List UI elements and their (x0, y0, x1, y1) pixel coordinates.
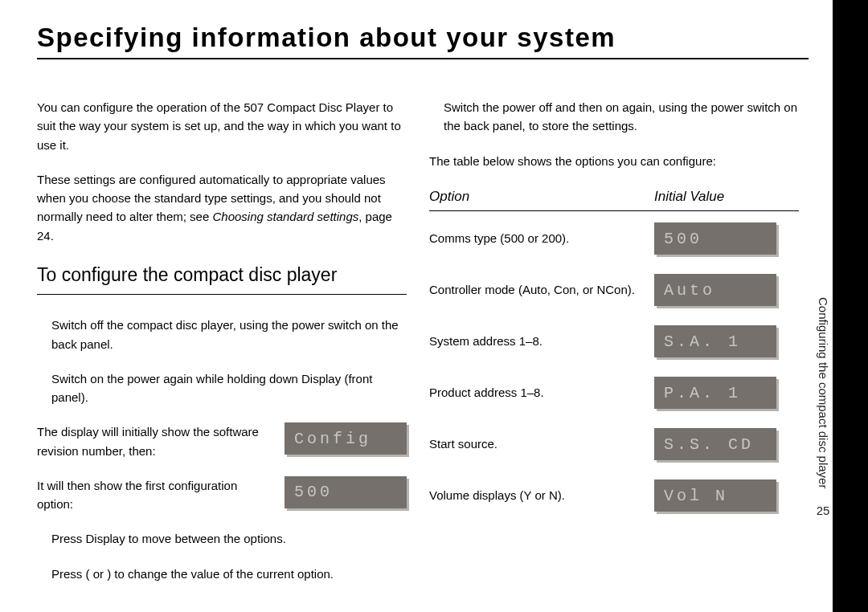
lcd-value: S.A. 1 (654, 325, 776, 357)
display-row-config-text: The display will initially show the soft… (37, 422, 275, 460)
option-label: Controller mode (Auto, Con, or NCon). (429, 280, 654, 299)
page-title: Specifying information about your system (37, 22, 809, 59)
step-3: Press Display to move between the option… (51, 529, 407, 548)
lcd-value: P.A. 1 (654, 377, 776, 409)
side-section-text: Configuring the compact disc player (817, 297, 830, 488)
options-table-head: Option Initial Value (429, 186, 799, 211)
table-row: Product address 1–8. P.A. 1 (429, 375, 799, 410)
lcd-value: 500 (654, 222, 776, 255)
option-label: Product address 1–8. (429, 383, 654, 402)
subheading: To configure the compact disc player (37, 261, 407, 296)
option-label: Start source. (429, 435, 654, 453)
option-label: Comms type (500 or 200). (429, 229, 654, 247)
lcd-value: Vol N (654, 479, 776, 512)
side-section-label: Configuring the compact disc player 25 (812, 297, 834, 517)
left-column: You can configure the operation of the 5… (37, 98, 407, 599)
side-black-tab (833, 0, 868, 612)
step-4: Press ( or ) to change the value of the … (51, 565, 407, 583)
table-row: Comms type (500 or 200). 500 (429, 221, 799, 256)
lcd-500-left: 500 (285, 476, 407, 508)
display-row-config: The display will initially show the soft… (37, 422, 407, 460)
step-1: Switch off the compact disc player, usin… (51, 316, 407, 353)
head-option: Option (429, 186, 654, 207)
step-2: Switch on the power again while holding … (51, 369, 407, 407)
table-row: System address 1–8. S.A. 1 (429, 324, 799, 359)
right-column: Switch the power off and then on again, … (429, 98, 799, 599)
page-number: 25 (812, 504, 834, 517)
page-body: Specifying information about your system… (37, 22, 809, 593)
option-label: Volume displays (Y or N). (429, 486, 654, 504)
table-row: Controller mode (Auto, Con, or NCon). Au… (429, 272, 799, 308)
head-initial-value: Initial Value (654, 186, 791, 207)
display-row-500-text: It will then show the first configuratio… (37, 476, 275, 514)
right-p1: Switch the power off and then on again, … (444, 98, 799, 136)
right-p2: The table below shows the options you ca… (429, 152, 799, 170)
display-row-500: It will then show the first configuratio… (37, 476, 407, 514)
option-label: System address 1–8. (429, 332, 654, 350)
lcd-config: Config (285, 422, 407, 455)
lcd-value: Auto (654, 274, 776, 306)
table-row: Start source. S.S. CD (429, 426, 799, 462)
intro-paragraph-1: You can configure the operation of the 5… (37, 98, 407, 154)
table-row: Volume displays (Y or N). Vol N (429, 478, 799, 513)
two-columns: You can configure the operation of the 5… (37, 98, 809, 599)
intro-paragraph-2: These settings are configured automatica… (37, 170, 407, 245)
lcd-value: S.S. CD (654, 428, 776, 460)
intro-paragraph-2-emphasis: Choosing standard settings (212, 210, 358, 223)
